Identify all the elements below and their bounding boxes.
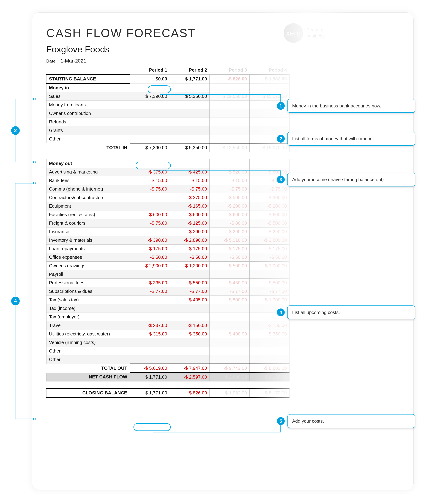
cell: $ 15,070.00	[249, 143, 290, 152]
row-label: Other	[47, 347, 130, 355]
row-label: Bank fees	[47, 176, 130, 185]
cell: -$ 175.00	[249, 244, 290, 253]
money-out-row: Other	[47, 355, 290, 364]
cell: -$ 290.00	[170, 227, 210, 236]
cell	[130, 295, 170, 304]
cell	[249, 313, 290, 321]
period-1-header: Period 1	[130, 66, 170, 74]
money-out-row: Owner's drawings-$ 2,900.00-$ 1,200.00-$…	[47, 261, 290, 270]
cell: $ 12,550.00	[210, 92, 249, 101]
total-out-row: TOTAL OUT-$ 5,619.00-$ 7,947.00-$ 9,742.…	[47, 364, 290, 373]
cell	[210, 118, 249, 126]
connector-3h	[153, 171, 281, 171]
period-header-row: Period 1 Period 2 Period 3 Period 4	[47, 66, 290, 74]
connector-5h	[153, 432, 281, 432]
row-label: Professional fees	[47, 279, 130, 287]
money-in-heading: Money in	[47, 83, 290, 92]
badge-4: 4	[11, 297, 20, 305]
cell: -$ 826.00	[170, 388, 210, 397]
cell: -$ 150.00	[170, 321, 210, 330]
cell	[170, 338, 210, 347]
row-label: Payroll	[47, 270, 130, 279]
cell	[249, 159, 290, 168]
cell: -$ 350.00	[249, 330, 290, 338]
cell: -$ 50.00	[210, 253, 249, 261]
row-label: Contractors/subcontractors	[47, 193, 130, 202]
cell	[130, 193, 170, 202]
cell: -$ 1,000.00	[249, 295, 290, 304]
money-out-row: Bank fees-$ 15.00-$ 15.00-$ 15.00-$ 15.0…	[47, 176, 290, 185]
money-out-row: Contractors/subcontractors-$ 375.00-$ 50…	[47, 193, 290, 202]
cell	[249, 118, 290, 126]
brand-tagline-2: business	[306, 33, 325, 39]
cell	[210, 101, 249, 109]
cell: -$ 2,900.00	[130, 261, 170, 270]
cell: -$ 550.00	[170, 279, 210, 287]
cell: $ 2,808.00	[210, 373, 249, 381]
cell: -$ 390.00	[130, 236, 170, 244]
cell: -$ 600.00	[130, 210, 170, 219]
brand-tagline: Beautiful business	[306, 27, 325, 39]
row-label: CLOSING BALANCE	[47, 388, 130, 397]
cell: $ 12,550.00	[210, 143, 249, 152]
cell	[130, 101, 170, 109]
money-out-row: Other	[47, 347, 290, 355]
cell: -$ 300.00	[249, 193, 290, 202]
money-out-row: Inventory & materials-$ 390.00-$ 2,890.0…	[47, 236, 290, 244]
cell: -$ 75.00	[210, 185, 249, 193]
cell: -$ 375.00	[130, 168, 170, 176]
cell: $ 6,188.00	[249, 373, 290, 381]
money-out-row: Payroll	[47, 270, 290, 279]
date-row: Date 1-Mar-2021	[46, 58, 399, 64]
money-out-row: Tax (income)	[47, 304, 290, 313]
cell	[170, 118, 210, 126]
report-title: CASH FLOW FORECAST	[46, 26, 196, 40]
cell	[170, 355, 210, 364]
connector-3v	[280, 171, 281, 176]
cell	[210, 83, 249, 92]
xero-logo-icon: xero	[284, 23, 303, 43]
cell	[130, 355, 170, 364]
cell: -$ 350.00	[170, 330, 210, 338]
spacer-row	[47, 152, 290, 159]
cell: -$ 800.00	[210, 295, 249, 304]
money-out-row: Vehicle (running costs)	[47, 338, 290, 347]
cell: $ 8,170.00	[249, 388, 290, 397]
cell	[249, 83, 290, 92]
money-in-row: Other	[47, 135, 290, 143]
cell: -$ 75.00	[130, 219, 170, 227]
total-in-row: TOTAL IN$ 7,390.00$ 5,350.00$ 12,550.00$…	[47, 143, 290, 152]
company-name: Foxglove Foods	[46, 44, 399, 55]
cell: -$ 425.00	[170, 168, 210, 176]
cell: $ 5,350.00	[170, 92, 210, 101]
cell: $0.00	[130, 74, 170, 83]
row-label: Owner's contribution	[47, 109, 130, 118]
money-in-row: Grants	[47, 126, 290, 135]
cell	[210, 355, 249, 364]
money-out-row: Travel-$ 237.00-$ 150.00-$ 150.00	[47, 321, 290, 330]
row-label: Office expenses	[47, 253, 130, 261]
cell: -$ 500.00	[210, 193, 249, 202]
cell	[210, 313, 249, 321]
row-label: Tax (income)	[47, 304, 130, 313]
cell	[130, 118, 170, 126]
row-label: STARTING BALANCE	[47, 74, 130, 83]
money-out-row: Subscriptions & dues-$ 77.00-$ 77.00-$ 7…	[47, 287, 290, 295]
row-label: Travel	[47, 321, 130, 330]
cell: -$ 150.00	[249, 321, 290, 330]
cell	[170, 109, 210, 118]
cell	[210, 159, 249, 168]
cell: -$ 826.00	[210, 74, 249, 83]
cell	[130, 270, 170, 279]
cell: -$ 600.00	[210, 210, 249, 219]
cell: $ 7,390.00	[130, 92, 170, 101]
cell: -$ 165.00	[170, 202, 210, 210]
cell: $ 7,390.00	[130, 143, 170, 152]
closing-balance-row: CLOSING BALANCE$ 1,771.00-$ 826.00$ 1,98…	[47, 388, 290, 397]
cell: -$ 77.00	[130, 287, 170, 295]
cell	[210, 347, 249, 355]
cell: -$ 1,200.00	[170, 261, 210, 270]
row-label: Subscriptions & dues	[47, 287, 130, 295]
cell	[210, 304, 249, 313]
row-label: Utilities (electricty, gas, water)	[47, 330, 130, 338]
